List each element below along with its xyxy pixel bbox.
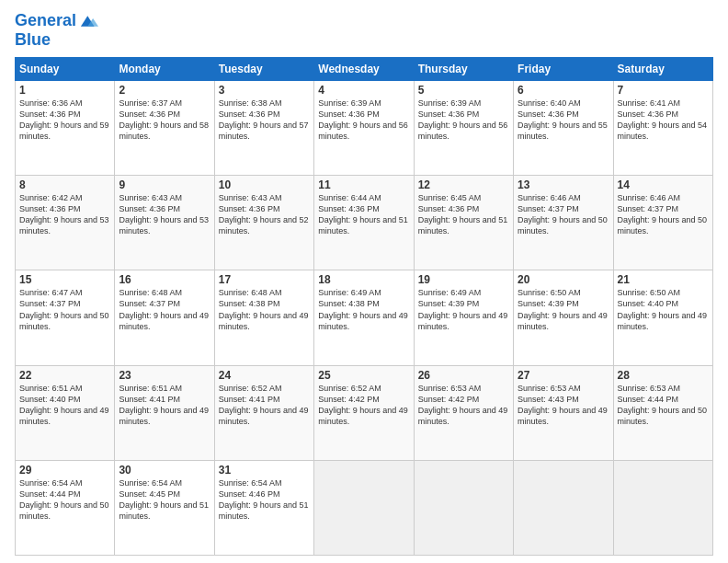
day-info: Sunrise: 6:41 AMSunset: 4:36 PMDaylight:… <box>618 98 708 141</box>
day-number: 6 <box>518 84 609 97</box>
day-info: Sunrise: 6:54 AMSunset: 4:46 PMDaylight:… <box>219 478 309 521</box>
logo-text: General <box>15 12 76 30</box>
calendar-cell: 9 Sunrise: 6:43 AMSunset: 4:36 PMDayligh… <box>115 176 214 270</box>
day-header-saturday: Saturday <box>613 57 712 80</box>
day-number: 2 <box>119 84 210 97</box>
calendar-cell: 3 Sunrise: 6:38 AMSunset: 4:36 PMDayligh… <box>214 80 313 175</box>
day-header-sunday: Sunday <box>16 57 115 80</box>
day-number: 22 <box>19 369 110 382</box>
day-info: Sunrise: 6:39 AMSunset: 4:36 PMDaylight:… <box>418 98 508 141</box>
day-info: Sunrise: 6:53 AMSunset: 4:42 PMDaylight:… <box>418 384 508 426</box>
day-number: 7 <box>618 84 709 97</box>
calendar-cell: 26 Sunrise: 6:53 AMSunset: 4:42 PMDaylig… <box>414 365 513 460</box>
day-number: 27 <box>518 369 609 382</box>
day-number: 11 <box>318 178 409 191</box>
day-info: Sunrise: 6:49 AMSunset: 4:38 PMDaylight:… <box>318 288 408 330</box>
day-number: 26 <box>418 369 509 382</box>
calendar-cell: 13 Sunrise: 6:46 AMSunset: 4:37 PMDaylig… <box>514 176 613 270</box>
day-number: 20 <box>518 273 609 286</box>
day-info: Sunrise: 6:37 AMSunset: 4:36 PMDaylight:… <box>119 98 209 141</box>
calendar-cell: 2 Sunrise: 6:37 AMSunset: 4:36 PMDayligh… <box>115 80 214 175</box>
day-number: 29 <box>19 464 110 477</box>
calendar-cell <box>314 460 414 555</box>
calendar-week-2: 8 Sunrise: 6:42 AMSunset: 4:36 PMDayligh… <box>16 176 713 270</box>
day-number: 10 <box>219 178 310 191</box>
calendar-cell: 28 Sunrise: 6:53 AMSunset: 4:44 PMDaylig… <box>613 365 712 460</box>
day-info: Sunrise: 6:53 AMSunset: 4:43 PMDaylight:… <box>518 384 608 426</box>
day-info: Sunrise: 6:51 AMSunset: 4:40 PMDaylight:… <box>19 384 109 426</box>
day-number: 21 <box>618 273 709 286</box>
day-number: 4 <box>318 84 409 97</box>
day-info: Sunrise: 6:48 AMSunset: 4:38 PMDaylight:… <box>219 288 309 330</box>
calendar-cell: 21 Sunrise: 6:50 AMSunset: 4:40 PMDaylig… <box>613 270 712 365</box>
day-info: Sunrise: 6:53 AMSunset: 4:44 PMDaylight:… <box>618 384 708 426</box>
logo-icon <box>78 11 98 31</box>
day-number: 9 <box>119 178 210 191</box>
calendar-week-3: 15 Sunrise: 6:47 AMSunset: 4:37 PMDaylig… <box>16 270 713 365</box>
calendar-cell: 6 Sunrise: 6:40 AMSunset: 4:36 PMDayligh… <box>514 80 613 175</box>
calendar-cell <box>414 460 513 555</box>
day-number: 16 <box>119 273 210 286</box>
day-info: Sunrise: 6:39 AMSunset: 4:36 PMDaylight:… <box>318 98 408 141</box>
day-number: 19 <box>418 273 509 286</box>
day-number: 28 <box>618 369 709 382</box>
calendar-cell: 23 Sunrise: 6:51 AMSunset: 4:41 PMDaylig… <box>115 365 214 460</box>
day-number: 31 <box>219 464 310 477</box>
calendar-cell: 11 Sunrise: 6:44 AMSunset: 4:36 PMDaylig… <box>314 176 414 270</box>
calendar-cell: 24 Sunrise: 6:52 AMSunset: 4:41 PMDaylig… <box>214 365 313 460</box>
day-info: Sunrise: 6:50 AMSunset: 4:39 PMDaylight:… <box>518 288 608 330</box>
day-number: 15 <box>19 273 110 286</box>
day-info: Sunrise: 6:52 AMSunset: 4:41 PMDaylight:… <box>219 384 309 426</box>
day-number: 17 <box>219 273 310 286</box>
day-info: Sunrise: 6:43 AMSunset: 4:36 PMDaylight:… <box>119 193 209 236</box>
day-info: Sunrise: 6:49 AMSunset: 4:39 PMDaylight:… <box>418 288 508 330</box>
day-info: Sunrise: 6:40 AMSunset: 4:36 PMDaylight:… <box>518 98 608 141</box>
day-info: Sunrise: 6:48 AMSunset: 4:37 PMDaylight:… <box>119 288 209 330</box>
calendar-cell: 31 Sunrise: 6:54 AMSunset: 4:46 PMDaylig… <box>214 460 313 555</box>
day-info: Sunrise: 6:43 AMSunset: 4:36 PMDaylight:… <box>219 193 309 236</box>
calendar-cell: 19 Sunrise: 6:49 AMSunset: 4:39 PMDaylig… <box>414 270 513 365</box>
calendar-week-5: 29 Sunrise: 6:54 AMSunset: 4:44 PMDaylig… <box>16 460 713 555</box>
day-info: Sunrise: 6:45 AMSunset: 4:36 PMDaylight:… <box>418 193 508 236</box>
day-number: 5 <box>418 84 509 97</box>
day-header-friday: Friday <box>514 57 613 80</box>
calendar-cell: 27 Sunrise: 6:53 AMSunset: 4:43 PMDaylig… <box>514 365 613 460</box>
calendar-cell: 4 Sunrise: 6:39 AMSunset: 4:36 PMDayligh… <box>314 80 414 175</box>
calendar-week-4: 22 Sunrise: 6:51 AMSunset: 4:40 PMDaylig… <box>16 365 713 460</box>
day-header-tuesday: Tuesday <box>214 57 313 80</box>
day-number: 12 <box>418 178 509 191</box>
day-info: Sunrise: 6:52 AMSunset: 4:42 PMDaylight:… <box>318 384 408 426</box>
day-number: 23 <box>119 369 210 382</box>
calendar-cell: 8 Sunrise: 6:42 AMSunset: 4:36 PMDayligh… <box>16 176 115 270</box>
calendar-cell: 14 Sunrise: 6:46 AMSunset: 4:37 PMDaylig… <box>613 176 712 270</box>
page-container: General Blue SundayMondayTuesdayWednesda… <box>0 0 728 563</box>
calendar-cell: 15 Sunrise: 6:47 AMSunset: 4:37 PMDaylig… <box>16 270 115 365</box>
day-info: Sunrise: 6:51 AMSunset: 4:41 PMDaylight:… <box>119 384 209 426</box>
calendar-cell: 22 Sunrise: 6:51 AMSunset: 4:40 PMDaylig… <box>16 365 115 460</box>
logo-text-blue: Blue <box>15 31 98 50</box>
day-info: Sunrise: 6:54 AMSunset: 4:45 PMDaylight:… <box>119 478 209 521</box>
day-number: 18 <box>318 273 409 286</box>
day-info: Sunrise: 6:42 AMSunset: 4:36 PMDaylight:… <box>19 193 109 236</box>
day-number: 8 <box>19 178 110 191</box>
day-header-monday: Monday <box>115 57 214 80</box>
day-info: Sunrise: 6:54 AMSunset: 4:44 PMDaylight:… <box>19 478 109 521</box>
calendar-cell: 1 Sunrise: 6:36 AMSunset: 4:36 PMDayligh… <box>16 80 115 175</box>
day-number: 24 <box>219 369 310 382</box>
day-info: Sunrise: 6:46 AMSunset: 4:37 PMDaylight:… <box>518 193 608 236</box>
day-number: 13 <box>518 178 609 191</box>
logo: General Blue <box>15 11 98 50</box>
calendar-cell: 7 Sunrise: 6:41 AMSunset: 4:36 PMDayligh… <box>613 80 712 175</box>
calendar-cell <box>514 460 613 555</box>
day-number: 1 <box>19 84 110 97</box>
day-header-thursday: Thursday <box>414 57 513 80</box>
calendar-cell: 16 Sunrise: 6:48 AMSunset: 4:37 PMDaylig… <box>115 270 214 365</box>
calendar-cell: 17 Sunrise: 6:48 AMSunset: 4:38 PMDaylig… <box>214 270 313 365</box>
calendar-cell: 29 Sunrise: 6:54 AMSunset: 4:44 PMDaylig… <box>16 460 115 555</box>
header: General Blue <box>15 11 713 50</box>
day-number: 3 <box>219 84 310 97</box>
day-number: 14 <box>618 178 709 191</box>
day-info: Sunrise: 6:47 AMSunset: 4:37 PMDaylight:… <box>19 288 109 330</box>
calendar-cell: 20 Sunrise: 6:50 AMSunset: 4:39 PMDaylig… <box>514 270 613 365</box>
day-header-wednesday: Wednesday <box>314 57 414 80</box>
